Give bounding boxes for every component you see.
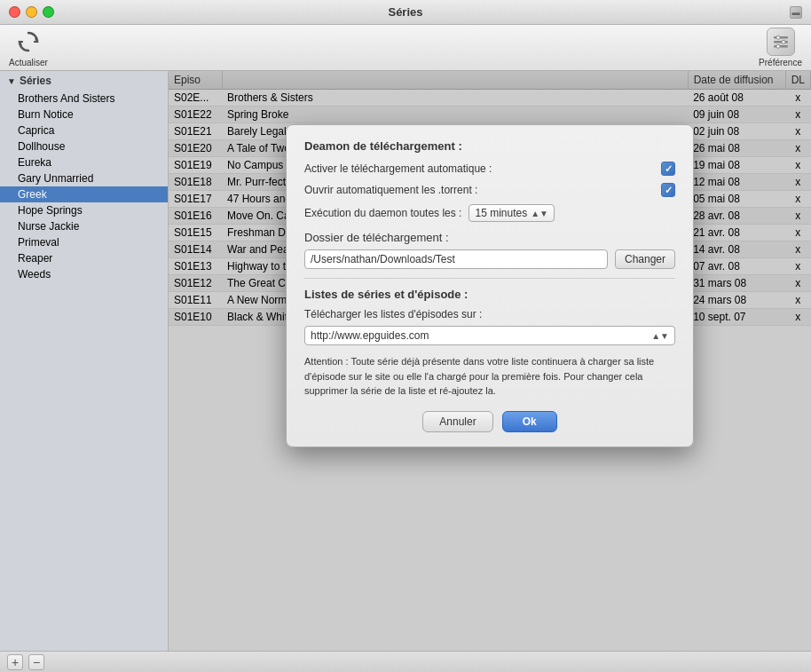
daemon-interval-select[interactable]: 15 minutes ▲▼: [468, 204, 555, 222]
title-bar: Séries ▬: [0, 0, 811, 25]
preference-button[interactable]: Préférence: [759, 28, 802, 67]
svg-rect-1: [774, 41, 788, 43]
url-select[interactable]: http://www.epguides.com ▲▼: [304, 326, 675, 345]
sidebar-header-label: Séries: [20, 75, 51, 87]
auto-torrent-row: Ouvrir automatiquement les .torrent : ✓: [304, 183, 675, 197]
refresh-button[interactable]: Actualiser: [9, 28, 48, 67]
auto-torrent-label: Ouvrir automatiquement les .torrent :: [304, 184, 654, 196]
auto-dl-row: Activer le téléchargement automatique : …: [304, 162, 675, 176]
svg-rect-0: [774, 36, 788, 39]
daemon-section-title: Deamon de téléchargement :: [304, 139, 675, 153]
refresh-label: Actualiser: [9, 58, 48, 67]
change-folder-button[interactable]: Changer: [615, 249, 675, 269]
sidebar-item-nurse-jackie[interactable]: Nurse Jackie: [0, 218, 168, 234]
window-controls: [9, 6, 54, 18]
cancel-button[interactable]: Annuler: [422, 411, 492, 432]
maximize-button[interactable]: [43, 6, 54, 18]
url-value: http://www.epguides.com: [311, 329, 651, 342]
content-area: Episo Date de diffusion DL S02E... Broth…: [169, 71, 811, 651]
sidebar-item-dollhouse[interactable]: Dollhouse: [0, 138, 168, 154]
sidebar-item-brothers-and-sisters[interactable]: Brothers And Sisters: [0, 91, 168, 107]
daemon-interval-row: Exécution du daemon toutes les : 15 minu…: [304, 204, 675, 222]
sidebar-item-burn-notice[interactable]: Burn Notice: [0, 107, 168, 123]
auto-dl-label: Activer le téléchargement automatique :: [304, 162, 654, 175]
bottom-bar: + −: [0, 651, 811, 672]
resize-handle[interactable]: ▬: [790, 6, 802, 19]
preference-label: Préférence: [759, 58, 802, 67]
svg-point-4: [782, 40, 785, 43]
add-button[interactable]: +: [7, 654, 23, 670]
select-arrow-icon: ▲▼: [531, 209, 548, 218]
close-button[interactable]: [9, 6, 20, 18]
window-title: Séries: [388, 5, 422, 19]
sidebar-header: ▼ Séries: [0, 71, 168, 91]
dl-ep-label: Télécharger les listes d'épisodes sur :: [304, 308, 675, 320]
sidebar-arrow-icon: ▼: [7, 76, 16, 86]
toolbar: Actualiser Préférence: [0, 25, 811, 71]
preference-icon: [767, 28, 795, 56]
dl-folder-label: Dossier de téléchargement :: [304, 231, 675, 244]
sidebar-item-hope-springs[interactable]: Hope Springs: [0, 202, 168, 218]
dl-folder-input[interactable]: [304, 249, 608, 269]
daemon-interval-label: Exécution du daemon toutes les :: [304, 207, 461, 219]
svg-rect-2: [774, 45, 788, 48]
auto-torrent-checkbox[interactable]: ✓: [661, 183, 675, 197]
main-area: ▼ Séries Brothers And Sisters Burn Notic…: [0, 71, 811, 651]
sidebar-item-eureka[interactable]: Eureka: [0, 154, 168, 170]
warning-text: Attention : Toute série déjà présente da…: [304, 354, 675, 399]
sidebar-item-weeds[interactable]: Weeds: [0, 266, 168, 282]
url-select-arrow-icon: ▲▼: [651, 331, 669, 341]
ok-button[interactable]: Ok: [502, 411, 557, 432]
dl-folder-section: Dossier de téléchargement : Changer: [304, 231, 675, 269]
minimize-button[interactable]: [26, 6, 37, 18]
svg-point-5: [776, 44, 780, 48]
daemon-interval-value: 15 minutes: [475, 207, 527, 219]
lists-section-title: Listes de séries et d'épisode :: [304, 288, 675, 301]
auto-dl-checkbox[interactable]: ✓: [661, 162, 675, 176]
sidebar-item-greek[interactable]: Greek: [0, 186, 168, 202]
svg-point-3: [776, 36, 780, 39]
dl-folder-row: Changer: [304, 249, 675, 269]
sidebar-item-reaper[interactable]: Reaper: [0, 250, 168, 266]
sidebar-item-primeval[interactable]: Primeval: [0, 234, 168, 250]
refresh-icon: [14, 28, 43, 56]
modal-divider: [304, 278, 675, 279]
preference-modal: Deamon de téléchargement : Activer le té…: [286, 124, 694, 447]
remove-button[interactable]: −: [28, 654, 44, 670]
modal-overlay: Deamon de téléchargement : Activer le té…: [169, 71, 811, 651]
sidebar: ▼ Séries Brothers And Sisters Burn Notic…: [0, 71, 169, 651]
sidebar-item-gary-unmarried[interactable]: Gary Unmarried: [0, 170, 168, 186]
sidebar-item-caprica[interactable]: Caprica: [0, 123, 168, 138]
modal-buttons: Annuler Ok: [304, 411, 675, 432]
